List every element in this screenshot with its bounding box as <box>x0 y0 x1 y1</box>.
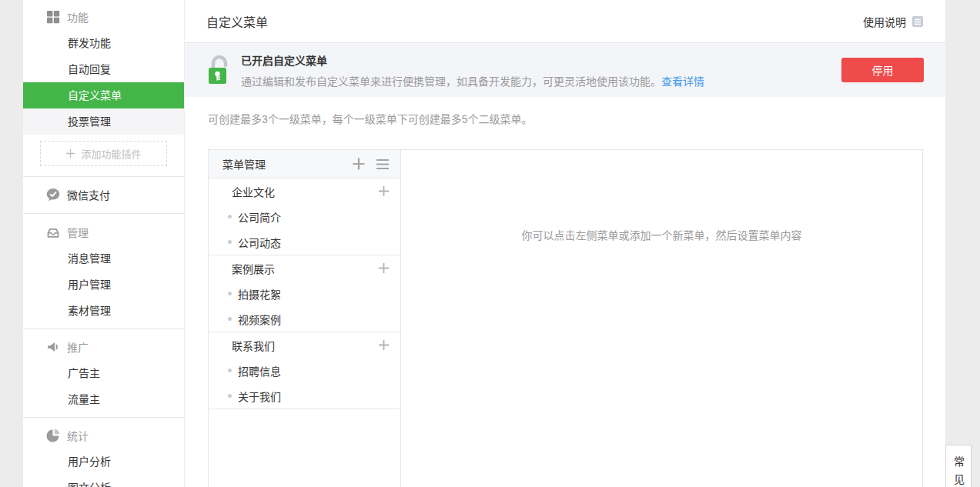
sidebar-item-advertiser[interactable]: 广告主 <box>23 360 184 386</box>
sidebar-section-features: 功能 群发功能 自动回复 自定义菜单 投票管理 添加功能插件 <box>23 0 184 177</box>
menu-item-label: 案例展示 <box>232 261 378 276</box>
menu-item-label: 招聘信息 <box>238 363 281 379</box>
add-menu-icon[interactable] <box>352 157 366 171</box>
menu-item-sub-level[interactable]: 招聘信息 <box>209 358 400 383</box>
tray-icon <box>46 225 60 239</box>
banner-description-text: 通过编辑和发布自定义菜单来进行便携管理，如具备开发能力，可更灵活地使用该功能。 <box>241 75 661 88</box>
bullet-icon <box>228 394 232 398</box>
menu-panel-title: 菜单管理 <box>222 156 342 172</box>
menu-workspace: 菜单管理 企业文化 <box>208 149 923 487</box>
menu-limits-hint: 可创建最多3个一级菜单，每个一级菜单下可创建最多5个二级菜单。 <box>208 112 945 127</box>
sidebar-heading-manage: 管理 <box>23 219 184 245</box>
menu-item-sub-level[interactable]: 拍摄花絮 <box>209 281 400 306</box>
sidebar-item-vote-manage[interactable]: 投票管理 <box>23 108 184 135</box>
sidebar-item-mass-send[interactable]: 群发功能 <box>23 30 184 56</box>
menu-item-label: 公司动态 <box>238 235 281 250</box>
unlocked-icon <box>206 54 229 86</box>
sidebar-item-article-analysis[interactable]: 图文分析 <box>23 475 184 487</box>
banner-title: 已开启自定义菜单 <box>241 52 704 68</box>
menu-group: 企业文化 公司简介 公司动态 <box>209 178 400 255</box>
view-details-link[interactable]: 查看详情 <box>661 75 704 88</box>
menu-item-label: 联系我们 <box>232 338 378 353</box>
editor-placeholder-text: 你可以点击左侧菜单或添加一个新菜单，然后设置菜单内容 <box>522 229 802 242</box>
menu-item-top-level[interactable]: 联系我们 <box>209 332 400 358</box>
sidebar-heading-label: 功能 <box>67 9 89 25</box>
menu-status-banner: 已开启自定义菜单 通过编辑和发布自定义菜单来进行便携管理，如具备开发能力，可更灵… <box>185 43 945 97</box>
menu-panel-header: 菜单管理 <box>209 150 400 178</box>
menu-item-top-level[interactable]: 企业文化 <box>209 178 400 204</box>
menu-editor-area: 你可以点击左侧菜单或添加一个新菜单，然后设置菜单内容 <box>401 150 922 487</box>
faq-side-tab[interactable]: 常见 <box>945 445 972 487</box>
page-title: 自定义菜单 <box>206 12 268 31</box>
usage-instructions-link[interactable]: 使用说明 <box>863 14 924 29</box>
sidebar-heading-label: 统计 <box>67 428 89 443</box>
sidebar-item-message-manage[interactable]: 消息管理 <box>23 245 184 272</box>
document-icon <box>911 15 924 28</box>
add-plugin-label: 添加功能插件 <box>81 146 141 161</box>
content-area: 自定义菜单 使用说明 已 <box>185 0 945 487</box>
sidebar-heading-label: 推广 <box>67 339 89 355</box>
menu-group: 联系我们 招聘信息 关于我们 <box>209 332 400 409</box>
plus-icon <box>65 148 75 158</box>
menu-item-sub-level[interactable]: 公司动态 <box>209 229 400 255</box>
menu-item-sub-level[interactable]: 公司简介 <box>209 204 400 229</box>
pie-icon <box>46 429 60 442</box>
menu-item-label: 视频案例 <box>238 312 281 327</box>
add-submenu-icon[interactable] <box>378 262 390 274</box>
sidebar-heading-features: 功能 <box>23 4 184 30</box>
sort-menu-icon[interactable] <box>376 158 390 170</box>
menu-item-top-level[interactable]: 案例展示 <box>209 255 400 281</box>
sidebar-item-label: 微信支付 <box>67 187 110 202</box>
sidebar-section-pay: 微信支付 <box>23 177 184 214</box>
sidebar: 功能 群发功能 自动回复 自定义菜单 投票管理 添加功能插件 微信支付 <box>23 0 185 487</box>
sidebar-item-auto-reply[interactable]: 自动回复 <box>23 56 184 82</box>
megaphone-icon <box>46 340 60 354</box>
menu-item-label: 企业文化 <box>232 184 378 199</box>
sidebar-item-wechat-pay[interactable]: 微信支付 <box>23 182 184 208</box>
content-header: 自定义菜单 使用说明 <box>185 0 945 43</box>
menu-item-label: 公司简介 <box>238 209 281 225</box>
sidebar-heading-label: 管理 <box>67 225 89 240</box>
bullet-icon <box>228 317 232 321</box>
menu-manage-panel: 菜单管理 企业文化 <box>209 150 401 487</box>
sidebar-item-user-analysis[interactable]: 用户分析 <box>23 449 184 475</box>
faq-side-tab-label: 常见 <box>951 456 966 487</box>
wechat-pay-icon <box>46 188 60 202</box>
add-plugin-button[interactable]: 添加功能插件 <box>40 141 167 166</box>
sidebar-heading-statistics: 统计 <box>23 422 184 449</box>
menu-item-sub-level[interactable]: 视频案例 <box>209 306 400 332</box>
add-submenu-icon[interactable] <box>378 185 390 197</box>
grid-icon <box>46 10 60 24</box>
sidebar-item-material-manage[interactable]: 素材管理 <box>23 298 184 324</box>
menu-group: 案例展示 拍摄花絮 视频案例 <box>209 255 400 332</box>
sidebar-heading-promotion: 推广 <box>23 334 184 360</box>
sidebar-item-traffic-owner[interactable]: 流量主 <box>23 386 184 412</box>
sidebar-section-manage: 管理 消息管理 用户管理 素材管理 <box>23 214 184 329</box>
sidebar-item-user-manage[interactable]: 用户管理 <box>23 272 184 298</box>
bullet-icon <box>228 369 232 372</box>
help-link-label: 使用说明 <box>863 14 906 29</box>
menu-item-sub-level[interactable]: 关于我们 <box>209 383 400 409</box>
bullet-icon <box>228 292 232 295</box>
menu-item-label: 拍摄花絮 <box>238 286 281 302</box>
banner-text: 已开启自定义菜单 通过编辑和发布自定义菜单来进行便携管理，如具备开发能力，可更灵… <box>241 52 704 88</box>
sidebar-item-custom-menu[interactable]: 自定义菜单 <box>23 82 184 108</box>
sidebar-section-statistics: 统计 用户分析 图文分析 <box>23 418 184 487</box>
bullet-icon <box>228 215 232 218</box>
bullet-icon <box>228 240 232 244</box>
sidebar-section-promotion: 推广 广告主 流量主 <box>23 329 184 418</box>
add-submenu-icon[interactable] <box>378 339 390 351</box>
menu-item-label: 关于我们 <box>238 389 281 404</box>
disable-menu-button[interactable]: 停用 <box>841 58 924 82</box>
banner-description: 通过编辑和发布自定义菜单来进行便携管理，如具备开发能力，可更灵活地使用该功能。查… <box>241 73 704 88</box>
